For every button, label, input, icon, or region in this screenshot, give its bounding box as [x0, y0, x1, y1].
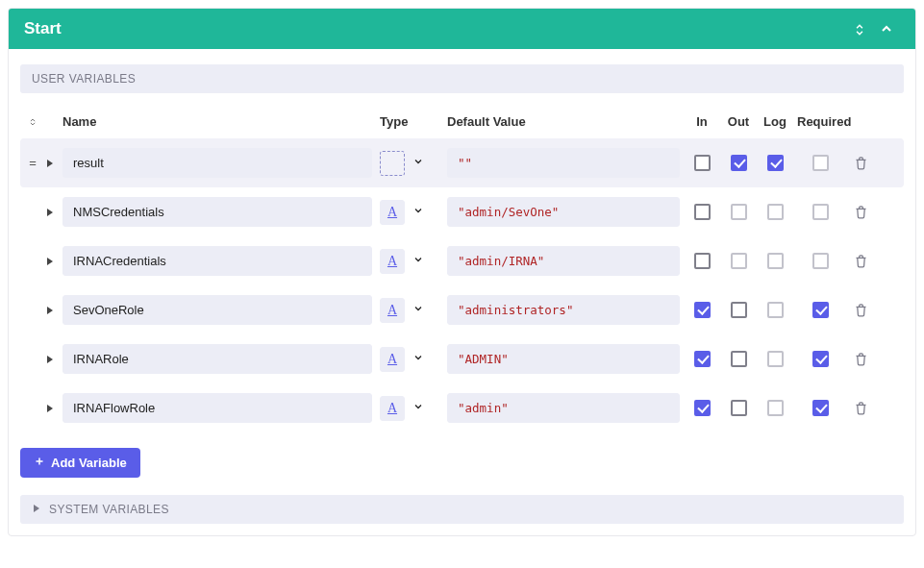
in-checkbox[interactable]: [694, 253, 711, 269]
expand-row-icon[interactable]: [41, 404, 59, 413]
variable-row: A: [20, 236, 904, 285]
type-selector[interactable]: [380, 151, 405, 176]
out-checkbox[interactable]: [731, 155, 747, 171]
variable-row: A: [20, 187, 904, 236]
delete-icon[interactable]: [847, 401, 874, 415]
variable-name-input[interactable]: [62, 197, 372, 227]
variable-row: A: [20, 285, 904, 334]
variable-name-input[interactable]: [62, 295, 372, 325]
log-checkbox[interactable]: [767, 204, 784, 220]
required-checkbox[interactable]: [812, 400, 829, 416]
delete-icon[interactable]: [847, 352, 874, 366]
default-value-input[interactable]: [447, 197, 680, 227]
delete-icon[interactable]: [847, 303, 874, 317]
expand-row-icon[interactable]: [41, 306, 59, 315]
log-checkbox[interactable]: [767, 400, 784, 416]
in-checkbox[interactable]: [694, 302, 711, 318]
system-variables-header[interactable]: SYSTEM VARIABLES: [20, 495, 904, 524]
chevron-down-icon[interactable]: [409, 201, 428, 223]
log-checkbox[interactable]: [767, 302, 784, 318]
default-value-input[interactable]: [447, 148, 680, 178]
expand-icon[interactable]: [32, 503, 41, 516]
out-checkbox[interactable]: [731, 351, 747, 367]
column-headers: Name Type Default Value In Out Log Requi…: [20, 107, 904, 138]
collapse-vertical-icon[interactable]: [846, 21, 873, 37]
type-selector[interactable]: A: [380, 298, 405, 323]
add-variable-label: Add Variable: [51, 456, 127, 470]
type-selector[interactable]: A: [380, 347, 405, 372]
col-log: Log: [757, 114, 793, 129]
log-checkbox[interactable]: [767, 351, 784, 367]
out-checkbox[interactable]: [731, 302, 747, 318]
in-checkbox[interactable]: [694, 351, 711, 367]
variable-name-input[interactable]: [62, 246, 372, 276]
variable-row: A: [20, 334, 904, 383]
variable-row: A: [20, 383, 904, 432]
col-in: In: [684, 114, 720, 129]
variable-row: =: [20, 138, 904, 187]
required-checkbox[interactable]: [812, 253, 829, 269]
col-type: Type: [376, 114, 443, 129]
col-out: Out: [720, 114, 757, 129]
expand-row-icon[interactable]: [41, 159, 59, 168]
required-checkbox[interactable]: [812, 302, 829, 318]
default-value-input[interactable]: [447, 344, 680, 374]
required-checkbox[interactable]: [812, 351, 829, 367]
expand-row-icon[interactable]: [41, 257, 59, 266]
log-checkbox[interactable]: [767, 155, 784, 171]
panel-content: USER VARIABLES Name Type Default Value I…: [9, 49, 915, 535]
delete-icon[interactable]: [847, 156, 874, 170]
log-checkbox[interactable]: [767, 253, 784, 269]
col-required: Required: [793, 114, 847, 129]
in-checkbox[interactable]: [694, 400, 711, 416]
default-value-input[interactable]: [447, 246, 680, 276]
chevron-down-icon[interactable]: [409, 397, 428, 419]
variables-list: =AAAAA: [20, 138, 904, 432]
chevron-up-icon[interactable]: [873, 21, 900, 37]
user-variables-label: USER VARIABLES: [32, 72, 136, 86]
panel-header: Start: [9, 9, 915, 49]
expand-row-icon[interactable]: [41, 355, 59, 364]
variable-name-input[interactable]: [62, 148, 372, 178]
default-value-input[interactable]: [447, 393, 680, 423]
expand-row-icon[interactable]: [41, 208, 59, 217]
plus-icon: [34, 456, 45, 470]
type-selector[interactable]: A: [380, 200, 405, 225]
variable-name-input[interactable]: [62, 393, 372, 423]
system-variables-label: SYSTEM VARIABLES: [49, 503, 169, 516]
type-selector[interactable]: A: [380, 396, 405, 421]
delete-icon[interactable]: [847, 254, 874, 268]
in-checkbox[interactable]: [694, 204, 711, 220]
type-selector[interactable]: A: [380, 249, 405, 274]
panel-title: Start: [24, 19, 846, 38]
out-checkbox[interactable]: [731, 204, 747, 220]
start-panel: Start USER VARIABLES Name Type Default V…: [8, 8, 916, 536]
col-name: Name: [59, 114, 376, 129]
user-variables-header[interactable]: USER VARIABLES: [20, 64, 904, 93]
chevron-down-icon[interactable]: [409, 299, 428, 321]
chevron-down-icon[interactable]: [409, 250, 428, 272]
chevron-down-icon[interactable]: [409, 348, 428, 370]
variable-name-input[interactable]: [62, 344, 372, 374]
required-checkbox[interactable]: [812, 204, 829, 220]
required-checkbox[interactable]: [812, 155, 829, 171]
default-value-input[interactable]: [447, 295, 680, 325]
chevron-down-icon[interactable]: [409, 152, 428, 174]
col-default: Default Value: [443, 114, 684, 129]
delete-icon[interactable]: [847, 205, 874, 219]
row-marker-icon: =: [24, 156, 41, 170]
out-checkbox[interactable]: [731, 400, 747, 416]
out-checkbox[interactable]: [731, 253, 747, 269]
add-variable-button[interactable]: Add Variable: [20, 448, 140, 478]
collapse-all-icon[interactable]: [24, 116, 41, 128]
in-checkbox[interactable]: [694, 155, 711, 171]
